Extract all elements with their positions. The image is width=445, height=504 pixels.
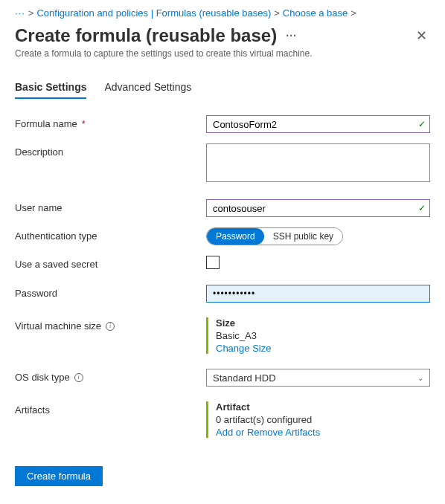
vm-size-value: Basic_A3 [216, 330, 430, 341]
change-size-link[interactable]: Change Size [216, 343, 430, 354]
check-icon: ✓ [418, 203, 426, 213]
os-disk-value: Standard HDD [213, 372, 276, 384]
user-name-input[interactable] [206, 199, 430, 217]
more-icon[interactable]: ··· [286, 30, 297, 42]
os-disk-select[interactable]: Standard HDD ⌄ [206, 369, 430, 387]
label-os-disk: OS disk type i [15, 369, 206, 383]
breadcrumb-sep: > [274, 7, 280, 19]
info-icon[interactable]: i [74, 373, 83, 382]
breadcrumb-sep: > [28, 7, 34, 19]
artifacts-count: 0 artifact(s) configured [216, 414, 430, 425]
check-icon: ✓ [418, 119, 426, 129]
auth-type-ssh[interactable]: SSH public key [264, 228, 342, 245]
required-indicator: * [82, 118, 86, 129]
vm-size-block: Size Basic_A3 Change Size [206, 317, 430, 354]
add-remove-artifacts-link[interactable]: Add or Remove Artifacts [216, 427, 430, 438]
label-description: Description [15, 143, 206, 158]
label-password: Password [15, 285, 206, 299]
breadcrumb-link-choose[interactable]: Choose a base [283, 7, 348, 19]
page-subtitle: Create a formula to capture the settings… [15, 48, 430, 59]
saved-secret-checkbox[interactable] [206, 256, 220, 269]
formula-name-input[interactable] [206, 115, 430, 133]
label-formula-name: Formula name* [15, 115, 206, 129]
auth-type-toggle: Password SSH public key [206, 227, 343, 245]
label-auth-type: Authentication type [15, 227, 206, 242]
create-formula-button[interactable]: Create formula [15, 466, 103, 486]
auth-type-password[interactable]: Password [207, 228, 264, 245]
label-user-name: User name [15, 199, 206, 213]
tabs: Basic Settings Advanced Settings [15, 81, 430, 99]
breadcrumb: ··· > Configuration and policies | Formu… [15, 7, 430, 19]
breadcrumb-overflow[interactable]: ··· [15, 7, 25, 19]
chevron-down-icon: ⌄ [417, 374, 423, 382]
label-vm-size: Virtual machine size i [15, 317, 206, 332]
info-icon[interactable]: i [106, 322, 115, 331]
artifacts-block: Artifact 0 artifact(s) configured Add or… [206, 401, 430, 438]
description-input[interactable] [206, 143, 430, 182]
breadcrumb-link-config[interactable]: Configuration and policies | Formulas (r… [36, 7, 271, 19]
label-saved-secret: Use a saved secret [15, 256, 206, 270]
password-input[interactable] [206, 285, 430, 303]
tab-advanced-settings[interactable]: Advanced Settings [104, 81, 191, 99]
page-title: Create formula (reusable base) ··· [15, 25, 297, 46]
header: Create formula (reusable base) ··· ✕ [15, 25, 430, 47]
label-artifacts: Artifacts [15, 401, 206, 416]
artifacts-head: Artifact [216, 401, 430, 413]
page-title-text: Create formula (reusable base) [15, 25, 277, 46]
breadcrumb-sep: > [350, 7, 356, 19]
tab-basic-settings[interactable]: Basic Settings [15, 81, 86, 99]
vm-size-head: Size [216, 317, 430, 329]
close-icon[interactable]: ✕ [413, 25, 430, 47]
